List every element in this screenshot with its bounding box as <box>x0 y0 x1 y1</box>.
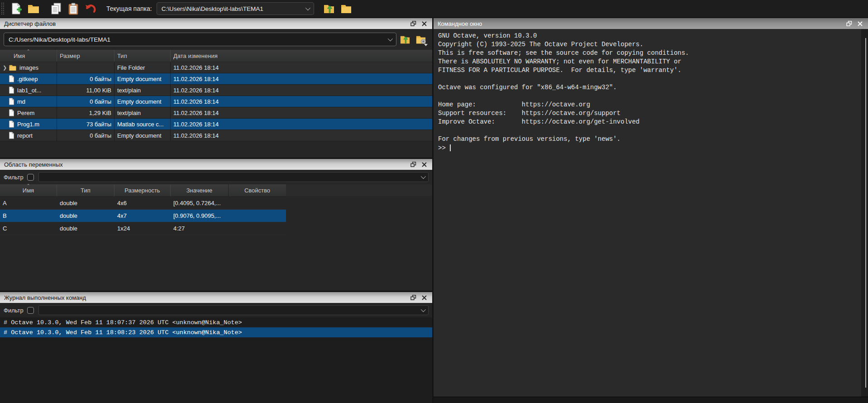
panel-title: Журнал выполненных команд <box>4 294 408 301</box>
file-table-row[interactable]: ❯ .gitkeep 0 байты Empty document 1 <box>0 73 432 85</box>
variable-type: double <box>57 210 114 222</box>
file-size: 1,29 KiB <box>57 107 114 118</box>
filter-combobox[interactable] <box>38 305 429 315</box>
variable-name: A <box>0 197 57 209</box>
variable-row[interactable]: A double 4x6 [0.4095, 0.7264,... <box>0 197 286 210</box>
copy-icon[interactable] <box>48 1 65 16</box>
file-date: 11.02.2026 18:14 <box>171 130 432 141</box>
file-date: 11.02.2026 18:14 <box>171 107 432 118</box>
file-name: .gitkeep <box>17 76 38 82</box>
filter-label: Фильтр <box>4 174 24 181</box>
current-folder-value: C:\Users\Nika\Desktop\it-labs\TEMA1 <box>162 5 305 12</box>
file-icon <box>9 98 14 105</box>
column-header-size[interactable]: Размер <box>57 50 114 62</box>
float-panel-icon[interactable] <box>844 19 854 28</box>
file-name: Perem <box>17 110 34 116</box>
file-name: md <box>17 98 25 105</box>
file-browser-panel: Диспетчер файлов C:/Users/Nika/Desktop/i… <box>0 18 432 158</box>
file-type: Matlab source c... <box>114 119 171 130</box>
file-size: 0 байты <box>57 73 114 84</box>
folder-browse-icon[interactable] <box>338 1 355 16</box>
file-table-row[interactable]: ❯ Perem 1,29 KiB text/plain 11.02.2 <box>0 107 432 119</box>
folder-up-icon[interactable] <box>398 33 412 46</box>
history-entry-text: # Octave 10.3.0, Wed Feb 11 18:07:37 202… <box>4 319 242 326</box>
column-header-value[interactable]: Значение <box>171 184 229 196</box>
panel-title: Командное окно <box>438 20 844 27</box>
workspace-table-header: ⌃ Имя Тип Размерность Значение Свойство <box>0 184 286 196</box>
command-window-panel: Командное окно GNU Octave, version 10.3.… <box>434 18 868 403</box>
paste-icon[interactable] <box>65 1 82 16</box>
float-panel-icon[interactable] <box>408 160 419 169</box>
file-icon <box>9 109 14 116</box>
command-prompt: >> <box>438 144 446 152</box>
undo-icon[interactable] <box>82 1 99 16</box>
variable-attribute <box>229 210 286 222</box>
close-panel-icon[interactable] <box>419 293 429 302</box>
command-window-output[interactable]: GNU Octave, version 10.3.0 Copyright (C)… <box>434 29 861 397</box>
file-table-row[interactable]: ❯ images File Folder 11.02.2026 18 <box>0 62 432 73</box>
file-name: images <box>19 64 38 71</box>
file-icon <box>9 75 14 82</box>
file-type: Empty document <box>114 130 171 141</box>
file-icon <box>9 86 14 94</box>
file-date: 11.02.2026 18:14 <box>171 73 432 84</box>
main-toolbar: Текущая папка: C:\Users\Nika\Desktop\it-… <box>0 0 868 17</box>
file-size: 11,00 KiB <box>57 85 114 96</box>
command-history-titlebar[interactable]: Журнал выполненных команд <box>0 292 432 303</box>
close-panel-icon[interactable] <box>854 19 865 28</box>
folder-up-icon[interactable] <box>320 1 338 16</box>
sort-ascending-icon: ⌃ <box>0 184 57 188</box>
command-window-titlebar[interactable]: Командное окно <box>434 18 868 29</box>
file-date: 11.02.2026 18:14 <box>171 96 432 107</box>
variable-row[interactable]: B double 4x7 [0.9076, 0.9095,... <box>0 210 286 222</box>
file-browser-titlebar[interactable]: Диспетчер файлов <box>0 18 432 29</box>
vertical-scrollbar[interactable] <box>861 29 868 397</box>
history-entry[interactable]: # Octave 10.3.0, Wed Feb 11 18:07:37 202… <box>0 317 432 327</box>
panel-title: Область переменных <box>4 161 408 168</box>
float-panel-icon[interactable] <box>408 19 419 28</box>
close-panel-icon[interactable] <box>419 160 429 169</box>
file-table-row[interactable]: ❯ lab1_ot... 11,00 KiB text/plain 1 <box>0 85 432 96</box>
variable-name: C <box>0 222 57 235</box>
sort-ascending-icon: ⌃ <box>0 49 57 53</box>
column-header-dims[interactable]: Размерность <box>114 184 171 196</box>
expand-chevron-icon[interactable]: ❯ <box>3 65 9 71</box>
open-folder-icon[interactable] <box>25 1 42 16</box>
history-entry[interactable]: # Octave 10.3.0, Wed Feb 11 18:08:23 202… <box>0 327 432 337</box>
scrollbar-thumb[interactable] <box>865 38 866 388</box>
file-table-row[interactable]: ❯ report 0 байты Empty document 11. <box>0 130 432 141</box>
variable-row[interactable]: C double 1x24 4:27 <box>0 222 286 235</box>
file-name: lab1_ot... <box>17 87 42 94</box>
variable-dimension: 1x24 <box>114 222 171 235</box>
file-type: Empty document <box>114 96 171 107</box>
current-folder-combobox[interactable]: C:\Users\Nika\Desktop\it-labs\TEMA1 <box>157 2 314 15</box>
filter-combobox[interactable] <box>38 172 429 182</box>
file-browser-path-value: C:/Users/Nika/Desktop/it-labs/TEMA1 <box>9 36 388 43</box>
workspace-panel: Область переменных Фильтр ⌃ Имя Тип Разм… <box>0 159 432 291</box>
variable-value: 4:27 <box>171 222 229 235</box>
file-table-row[interactable]: ❯ md 0 байты Empty document 11.02.2 <box>0 96 432 107</box>
octave-main-window: Текущая папка: C:\Users\Nika\Desktop\it-… <box>0 0 868 403</box>
filter-checkbox[interactable] <box>27 307 34 314</box>
column-header-type[interactable]: Тип <box>114 50 171 62</box>
variable-value: [0.9076, 0.9095,... <box>171 210 229 222</box>
filter-checkbox[interactable] <box>27 174 34 181</box>
file-table-row[interactable]: ❯ Prog1.m 73 байты Matlab source c... <box>0 119 432 130</box>
column-header-name[interactable]: ⌃ Имя <box>0 184 57 196</box>
variable-attribute <box>229 197 286 209</box>
folder-actions-icon[interactable] <box>414 33 428 46</box>
column-header-date[interactable]: Дата изменения <box>171 50 432 62</box>
file-browser-path-combobox[interactable]: C:/Users/Nika/Desktop/it-labs/TEMA1 <box>4 33 396 46</box>
float-panel-icon[interactable] <box>408 293 419 302</box>
variable-type: double <box>57 197 114 209</box>
variable-dimension: 4x6 <box>114 197 171 209</box>
new-script-icon[interactable] <box>8 1 25 16</box>
column-header-name[interactable]: ⌃ Имя <box>0 50 57 62</box>
file-name: report <box>17 132 33 139</box>
command-window-bottom-strip <box>434 397 868 403</box>
column-header-type[interactable]: Тип <box>57 184 114 196</box>
column-header-attribute[interactable]: Свойство <box>229 184 286 196</box>
toolbar-drag-handle[interactable] <box>1 2 5 15</box>
workspace-titlebar[interactable]: Область переменных <box>0 159 432 170</box>
close-panel-icon[interactable] <box>419 19 429 28</box>
